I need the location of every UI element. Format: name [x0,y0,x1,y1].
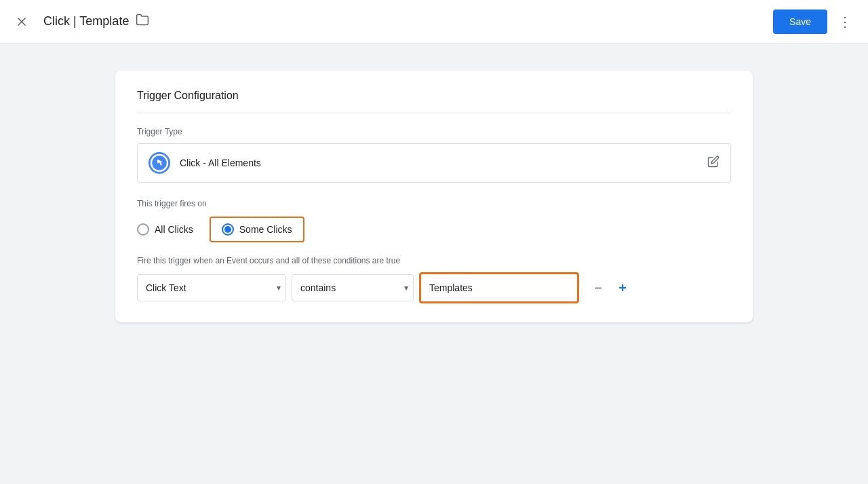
operator-select-wrapper: contains equals starts with ends with ma… [292,274,414,301]
remove-condition-button[interactable]: − [587,277,609,299]
value-input[interactable] [421,274,577,301]
save-button[interactable]: Save [773,10,827,34]
value-input-wrapper [419,272,579,303]
fires-on-radio-group: All Clicks Some Clicks [137,217,731,242]
field-select[interactable]: Click Text Click ID Click Classes Click … [137,274,286,301]
trigger-type-name: Click - All Elements [180,157,707,168]
header: Click | Template Save ⋮ [0,0,868,43]
close-button[interactable] [11,11,33,33]
folder-icon[interactable] [136,13,149,30]
trigger-type-icon [149,152,170,174]
field-select-wrapper: Click Text Click ID Click Classes Click … [137,274,286,301]
radio-all-clicks[interactable]: All Clicks [137,223,193,236]
header-actions: Save ⋮ [773,8,857,35]
radio-circle-all-clicks [137,223,149,236]
radio-circle-some-clicks [222,223,234,236]
page-title: Click | Template [43,13,773,30]
add-condition-button[interactable]: + [612,277,633,299]
radio-label-some-clicks: Some Clicks [239,224,292,235]
title-text: Click | Template [43,14,129,29]
condition-row: Click Text Click ID Click Classes Click … [137,272,731,303]
fires-on-label: This trigger fires on [137,199,731,208]
card-title: Trigger Configuration [137,90,731,113]
operator-select[interactable]: contains equals starts with ends with ma… [292,274,414,301]
trigger-configuration-card: Trigger Configuration Trigger Type Click… [115,71,753,322]
radio-label-all-clicks: All Clicks [155,224,193,235]
edit-trigger-icon[interactable] [707,155,719,171]
main-content: Trigger Configuration Trigger Type Click… [0,43,868,350]
trigger-type-label: Trigger Type [137,127,731,136]
more-options-icon[interactable]: ⋮ [833,8,857,35]
radio-some-clicks[interactable]: Some Clicks [210,217,304,242]
condition-label: Fire this trigger when an Event occurs a… [137,256,731,265]
trigger-type-row: Click - All Elements [137,143,731,183]
condition-actions: − + [587,277,633,299]
svg-point-2 [151,155,167,171]
